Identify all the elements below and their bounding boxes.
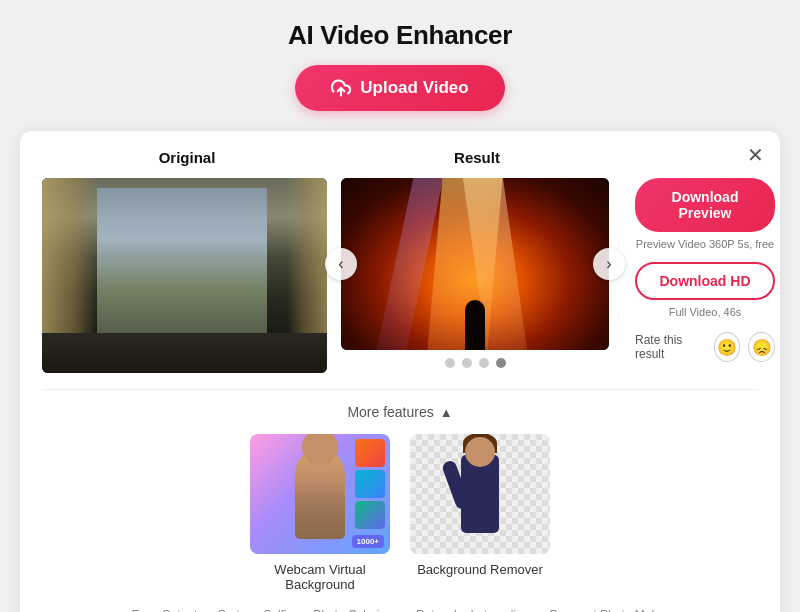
footer-link-passport[interactable]: Passport Photo Maker [549, 608, 668, 612]
original-video [42, 178, 327, 373]
bg-panel-2 [355, 470, 385, 498]
model-head [465, 437, 495, 467]
result-section: ‹ › [341, 178, 609, 368]
next-arrow[interactable]: › [593, 248, 625, 280]
chevron-up-icon: ▲ [440, 405, 453, 420]
floor-area [42, 333, 327, 373]
page-title: AI Video Enhancer [288, 20, 512, 51]
action-panel: Download Preview Preview Video 360P 5s, … [635, 178, 775, 362]
upload-video-button[interactable]: Upload Video [295, 65, 504, 111]
original-scene [42, 178, 327, 373]
more-features-section: More features ▲ [42, 389, 758, 612]
footer-link-cartoon-selfie[interactable]: Cartoon Selfie [217, 608, 293, 612]
content-row: ‹ › Download Preview Preview Video 36 [42, 178, 758, 373]
feature-card-bg-remover[interactable]: Background Remover [410, 434, 550, 592]
thumbs-up-button[interactable]: 🙂 [714, 332, 741, 362]
download-hd-button[interactable]: Download HD [635, 262, 775, 300]
bg-remover-scene [410, 434, 550, 554]
webcam-person-head [302, 434, 338, 465]
dot-2[interactable] [462, 358, 472, 368]
page-wrapper: AI Video Enhancer Upload Video ✕ Origina… [0, 0, 800, 612]
webcam-person-body [295, 449, 345, 539]
feature-card-webcam[interactable]: 1000+ Webcam Virtual Background [250, 434, 390, 592]
result-video [341, 178, 609, 350]
result-header: Result [342, 149, 612, 166]
footer-link-retouch[interactable]: Retouch photo online [416, 608, 529, 612]
footer-link-photo-colorizer[interactable]: Photo Colorizer [313, 608, 396, 612]
original-header: Original [42, 149, 332, 166]
dot-1[interactable] [445, 358, 455, 368]
upload-icon [331, 78, 351, 98]
result-scene [341, 178, 609, 350]
footer-link-face-cutout[interactable]: Face Cutout [132, 608, 197, 612]
prev-arrow[interactable]: ‹ [325, 248, 357, 280]
result-video-wrapper: ‹ › [341, 178, 609, 350]
webcam-bg-panels [355, 439, 385, 529]
preview-description: Preview Video 360P 5s, free [636, 238, 774, 250]
close-button[interactable]: ✕ [747, 145, 764, 165]
bg-remover-feature-name: Background Remover [410, 562, 550, 577]
dot-4[interactable] [496, 358, 506, 368]
webcam-feature-name: Webcam Virtual Background [250, 562, 390, 592]
dot-3[interactable] [479, 358, 489, 368]
feature-cards: 1000+ Webcam Virtual Background [42, 434, 758, 592]
column-headers: Original Result [42, 149, 758, 166]
silhouette [465, 300, 485, 350]
footer-links: Face Cutout Cartoon Selfie Photo Coloriz… [42, 608, 758, 612]
rate-section: Rate this result 🙂 😞 [635, 332, 775, 362]
main-card: ✕ Original Result [20, 131, 780, 612]
happy-icon: 🙂 [717, 338, 737, 357]
model-body [461, 455, 499, 533]
webcam-scene: 1000+ [250, 434, 390, 554]
bg-panel-1 [355, 439, 385, 467]
sad-icon: 😞 [752, 338, 772, 357]
chevron-left-icon: ‹ [338, 255, 343, 273]
bg-panel-3 [355, 501, 385, 529]
dots-indicator [445, 358, 506, 368]
more-features-header: More features ▲ [42, 404, 758, 420]
bg-remover-card-image [410, 434, 550, 554]
webcam-card-image: 1000+ [250, 434, 390, 554]
download-preview-button[interactable]: Download Preview [635, 178, 775, 232]
upload-btn-label: Upload Video [360, 78, 468, 98]
rate-label: Rate this result [635, 333, 706, 361]
thumbs-down-button[interactable]: 😞 [748, 332, 775, 362]
model-figure [461, 455, 499, 533]
badge-1000: 1000+ [352, 535, 384, 548]
chevron-right-icon: › [606, 255, 611, 273]
more-features-label: More features [347, 404, 433, 420]
hd-description: Full Video, 46s [669, 306, 742, 318]
